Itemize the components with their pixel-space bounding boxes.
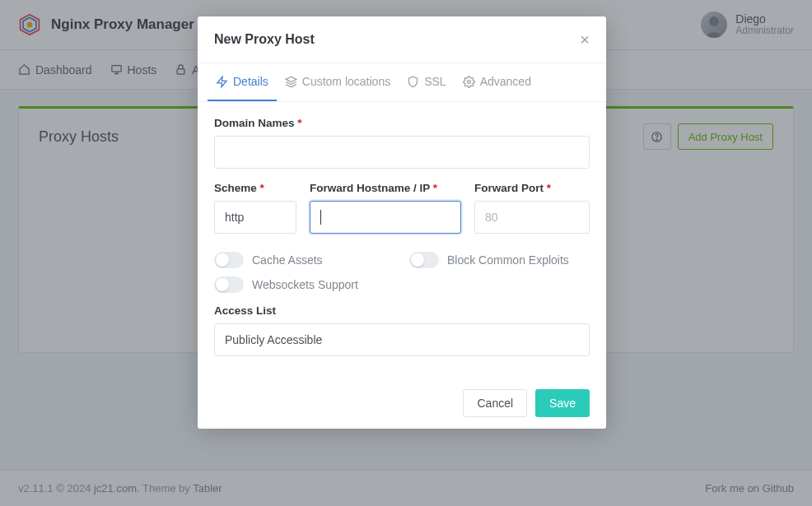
hostname-label-text: Forward Hostname / IP <box>310 182 430 194</box>
tab-custom-label: Custom locations <box>302 75 390 88</box>
port-input[interactable] <box>474 201 590 234</box>
scheme-group: Scheme * http <box>214 182 296 234</box>
domain-names-label: Domain Names * <box>214 117 590 129</box>
port-group: Forward Port * <box>474 182 590 234</box>
block-exploits-label: Block Common Exploits <box>447 253 569 267</box>
scheme-label: Scheme * <box>214 182 296 194</box>
tab-custom-locations[interactable]: Custom locations <box>277 63 399 101</box>
block-exploits-cell: Block Common Exploits <box>409 252 590 268</box>
svg-marker-8 <box>217 77 226 87</box>
access-list-group: Access List Publicly Accessible <box>214 304 590 356</box>
domain-names-group: Domain Names * <box>214 117 590 169</box>
svg-point-10 <box>467 80 470 83</box>
cancel-button[interactable]: Cancel <box>463 389 527 417</box>
save-button[interactable]: Save <box>535 389 590 417</box>
domain-names-label-text: Domain Names <box>214 117 295 129</box>
new-proxy-host-modal: New Proxy Host × Details Custom location… <box>198 16 606 429</box>
close-button[interactable]: × <box>580 31 590 48</box>
hostname-input[interactable] <box>310 201 461 234</box>
port-label-text: Forward Port <box>474 182 544 194</box>
layers-icon <box>285 76 297 88</box>
text-cursor <box>320 210 321 225</box>
tab-ssl[interactable]: SSL <box>399 63 454 101</box>
cache-assets-cell: Cache Assets <box>214 252 394 268</box>
hostname-label: Forward Hostname / IP * <box>310 182 461 194</box>
tab-details[interactable]: Details <box>208 63 277 101</box>
modal-body: Domain Names * Scheme * http Forward Hos… <box>198 102 606 378</box>
cache-assets-toggle[interactable] <box>214 252 244 268</box>
modal-header: New Proxy Host × <box>198 16 606 63</box>
gear-icon <box>463 76 475 88</box>
access-list-label: Access List <box>214 304 590 317</box>
websockets-label: Websockets Support <box>252 278 358 291</box>
hostname-group: Forward Hostname / IP * <box>310 182 461 234</box>
scheme-value: http <box>225 211 244 224</box>
shield-icon <box>407 76 419 88</box>
scheme-label-text: Scheme <box>214 182 257 194</box>
tab-advanced[interactable]: Advanced <box>455 63 539 101</box>
zap-icon <box>216 76 228 88</box>
close-icon: × <box>580 30 590 49</box>
modal-footer: Cancel Save <box>198 378 606 429</box>
switch-row-1: Cache Assets Block Common Exploits <box>214 252 590 268</box>
access-list-value: Publicly Accessible <box>225 333 322 346</box>
tab-advanced-label: Advanced <box>480 75 531 88</box>
domain-names-input[interactable] <box>214 136 590 169</box>
scheme-select[interactable]: http <box>214 201 296 234</box>
tab-ssl-label: SSL <box>424 75 446 88</box>
port-label: Forward Port * <box>474 182 590 194</box>
modal-tabs: Details Custom locations SSL Advanced <box>198 63 606 102</box>
modal-title: New Proxy Host <box>214 32 315 47</box>
websockets-cell: Websockets Support <box>214 276 590 293</box>
switch-row-2: Websockets Support <box>214 276 590 293</box>
block-exploits-toggle[interactable] <box>409 252 439 268</box>
forward-row: Scheme * http Forward Hostname / IP * Fo… <box>214 182 590 247</box>
access-list-select[interactable]: Publicly Accessible <box>214 323 590 356</box>
tab-details-label: Details <box>233 75 268 88</box>
svg-marker-9 <box>286 77 296 81</box>
cache-assets-label: Cache Assets <box>252 253 323 267</box>
websockets-toggle[interactable] <box>214 276 244 293</box>
